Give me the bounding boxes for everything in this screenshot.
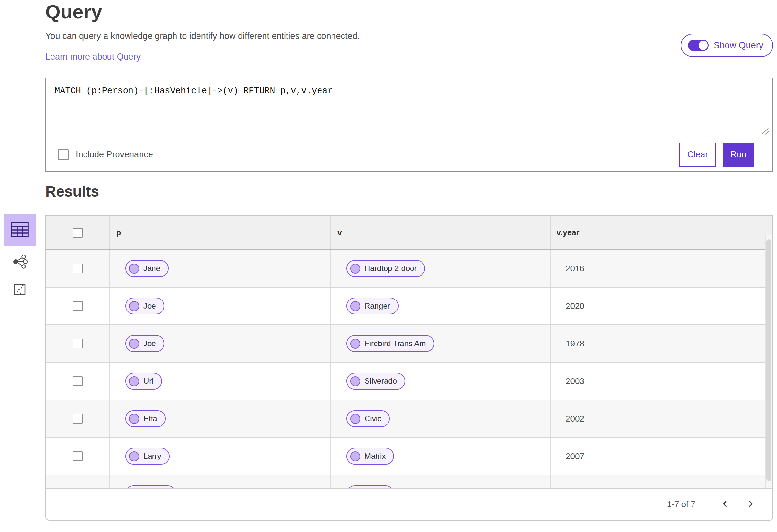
- cell-v-year: 2002: [551, 400, 772, 437]
- include-provenance-checkbox[interactable]: [58, 149, 69, 160]
- cell-select: [46, 400, 110, 437]
- table-row: Uri Silverado 2003: [46, 363, 772, 400]
- select-all-checkbox[interactable]: [73, 228, 83, 238]
- entity-label: Matrix: [364, 452, 385, 461]
- node-icon: [129, 414, 139, 424]
- entity-pill-v[interactable]: Matrix: [346, 448, 394, 465]
- node-icon: [350, 301, 360, 311]
- cell-v: Matrix: [331, 475, 551, 488]
- row-checkbox[interactable]: [73, 263, 83, 273]
- cell-v: Ranger: [331, 288, 551, 324]
- cell-v: Hardtop 2-door: [331, 250, 551, 287]
- cell-v: Silverado: [331, 363, 551, 400]
- entity-pill-p[interactable]: Lauren: [125, 486, 176, 488]
- table-viewport: p v v.year Jane Hardtop 2-door 2016: [46, 216, 772, 488]
- entity-pill-p[interactable]: Larry: [125, 448, 170, 465]
- entity-label: Firebird Trans Am: [364, 339, 426, 348]
- row-checkbox[interactable]: [73, 376, 83, 386]
- path-view-icon: [14, 284, 25, 297]
- cell-select: [46, 475, 110, 488]
- entity-pill-v[interactable]: Matrix: [346, 486, 394, 488]
- results-view-switcher: [4, 214, 36, 246]
- previous-page-button[interactable]: [718, 497, 732, 511]
- network-view-button[interactable]: [4, 254, 36, 271]
- entity-label: Silverado: [364, 377, 397, 386]
- learn-more-link[interactable]: Learn more about Query: [45, 52, 140, 62]
- cell-select: [46, 250, 110, 287]
- page-title: Query: [45, 1, 102, 23]
- entity-pill-v[interactable]: Hardtop 2-door: [346, 260, 425, 277]
- row-checkbox[interactable]: [73, 414, 83, 424]
- node-icon: [350, 414, 360, 424]
- chevron-left-icon: [721, 500, 730, 509]
- cell-p: Etta: [110, 400, 331, 437]
- table-row: Joe Ranger 2020: [46, 288, 772, 325]
- entity-pill-p[interactable]: Jane: [125, 260, 169, 277]
- query-page: Query You can query a knowledge graph to…: [0, 0, 777, 532]
- node-icon: [129, 339, 139, 349]
- results-heading: Results: [45, 183, 99, 200]
- cell-v-year: 1978: [551, 325, 772, 362]
- chevron-right-icon: [746, 500, 755, 509]
- header-cell-v-year: v.year: [551, 216, 772, 249]
- query-input[interactable]: MATCH (p:Person)-[:HasVehicle]->(v) RETU…: [55, 86, 333, 96]
- entity-label: Hardtop 2-door: [364, 264, 417, 273]
- cell-select: [46, 325, 110, 362]
- entity-label: Civic: [364, 414, 381, 423]
- entity-pill-v[interactable]: Silverado: [346, 373, 405, 390]
- network-view-icon: [12, 254, 27, 270]
- table-row: Etta Civic 2002: [46, 400, 772, 438]
- cell-p: Joe: [110, 288, 331, 324]
- cell-v: Civic: [331, 400, 551, 437]
- cell-select: [46, 363, 110, 400]
- header-cell-p: p: [110, 216, 331, 249]
- show-query-toggle[interactable]: Show Query: [681, 34, 773, 57]
- row-checkbox[interactable]: [73, 339, 83, 348]
- entity-label: Larry: [143, 452, 161, 461]
- node-icon: [129, 451, 139, 461]
- toggle-switch-icon[interactable]: [688, 40, 709, 51]
- entity-pill-v[interactable]: Firebird Trans Am: [346, 335, 434, 352]
- table-view-button[interactable]: [4, 214, 36, 246]
- node-icon: [350, 376, 360, 386]
- entity-label: Etta: [143, 414, 157, 423]
- entity-pill-v[interactable]: Civic: [346, 410, 390, 427]
- row-checkbox[interactable]: [73, 301, 83, 311]
- entity-pill-p[interactable]: Joe: [125, 335, 164, 352]
- entity-pill-p[interactable]: Etta: [125, 410, 166, 427]
- node-icon: [350, 263, 360, 274]
- header-cell-v: v: [331, 216, 551, 249]
- cell-v-year: 2003: [551, 363, 772, 400]
- node-icon: [129, 263, 139, 274]
- table-view-icon: [10, 221, 29, 239]
- next-page-button[interactable]: [743, 497, 758, 511]
- path-view-button[interactable]: [4, 283, 36, 297]
- cell-v: Firebird Trans Am: [331, 325, 551, 362]
- table-body: Jane Hardtop 2-door 2016 Joe Ranger 2: [46, 250, 772, 488]
- cell-v-year: 2020: [551, 288, 772, 324]
- table-row: Larry Matrix 2007: [46, 438, 772, 475]
- row-checkbox[interactable]: [73, 451, 83, 461]
- cell-v-year: 2007: [551, 438, 772, 475]
- cell-v: Matrix: [331, 438, 551, 475]
- resize-grip-icon[interactable]: [760, 126, 770, 137]
- entity-pill-v[interactable]: Ranger: [346, 298, 399, 314]
- include-provenance-label: Include Provenance: [76, 149, 153, 159]
- page-description: You can query a knowledge graph to ident…: [45, 31, 360, 41]
- pagination-range-label: 1-7 of 7: [667, 499, 695, 509]
- node-icon: [129, 301, 139, 311]
- cell-p: Joe: [110, 325, 331, 362]
- entity-pill-p[interactable]: Joe: [125, 298, 164, 314]
- entity-pill-p[interactable]: Uri: [125, 373, 162, 390]
- clear-button[interactable]: Clear: [679, 143, 716, 167]
- table-row: Lauren Matrix 2007: [46, 475, 772, 488]
- cell-v-year: 2007: [551, 475, 772, 488]
- cell-p: Lauren: [110, 475, 331, 488]
- show-query-label: Show Query: [713, 40, 763, 50]
- run-button[interactable]: Run: [723, 143, 754, 167]
- query-editor-card: MATCH (p:Person)-[:HasVehicle]->(v) RETU…: [45, 78, 773, 172]
- toggle-knob: [699, 41, 708, 50]
- node-icon: [129, 376, 139, 386]
- table-header-row: p v v.year: [46, 216, 772, 250]
- vertical-scrollbar-thumb[interactable]: [766, 239, 772, 481]
